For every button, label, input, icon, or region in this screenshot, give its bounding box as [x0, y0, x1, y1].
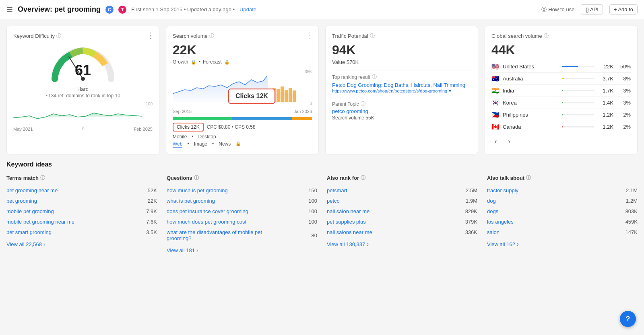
- keyword-link[interactable]: what is pet grooming: [167, 198, 215, 204]
- keyword-link[interactable]: salon: [487, 229, 500, 235]
- sv-help-icon[interactable]: ⓘ: [209, 33, 214, 39]
- menu-icon[interactable]: ☰: [6, 5, 13, 14]
- svg-rect-6: [285, 90, 288, 102]
- keyword-link[interactable]: pet smart grooming: [6, 229, 52, 235]
- keyword-volume: 100: [308, 219, 317, 225]
- how-to-use-button[interactable]: ⓪ How to use: [541, 6, 574, 13]
- gsv-prev-button[interactable]: ‹: [491, 136, 500, 147]
- country-row-ca[interactable]: 🇨🇦 Canada 1.2K 2%: [491, 121, 631, 133]
- tp-parent-link[interactable]: petco grooming: [332, 108, 368, 114]
- list-item: what are the disadvantages of mobile pet…: [167, 227, 317, 244]
- keyword-volume: 147K: [625, 229, 638, 235]
- tab-news[interactable]: News: [219, 141, 231, 148]
- tp-url-dropdown[interactable]: ▾: [449, 88, 451, 94]
- keyword-volume: 22K: [148, 198, 157, 204]
- keyword-link[interactable]: dogs: [487, 208, 498, 214]
- clicks-badge: Clicks 12K: [173, 123, 204, 132]
- avatar-c: C: [105, 6, 114, 14]
- country-row-us[interactable]: 🇺🇸 United States 22K 50%: [491, 61, 631, 73]
- sv-menu-icon[interactable]: ⋮: [306, 31, 314, 40]
- kd-score: 61: [75, 62, 91, 79]
- kd-menu-icon[interactable]: ⋮: [147, 31, 154, 40]
- list-item: petco 1.9M: [327, 196, 477, 206]
- keyword-link[interactable]: petco: [327, 198, 340, 204]
- list-item: pet grooming 22K: [6, 196, 157, 206]
- keyword-link[interactable]: mobile pet grooming near me: [6, 219, 74, 225]
- keyword-link[interactable]: nail salon near me: [327, 208, 369, 214]
- global-search-volume-card: Global search volume ⓘ 44K 🇺🇸 United Sta…: [485, 26, 638, 154]
- also-talk-view-all[interactable]: View all 162 ›: [487, 241, 638, 247]
- traffic-potential-card: Traffic Potential ⓘ 94K Value $70K Top r…: [325, 26, 478, 154]
- bar-green: [173, 117, 232, 120]
- flag-ca-icon: 🇨🇦: [491, 123, 500, 131]
- questions-title: Questions ⓘ: [167, 175, 317, 181]
- also-talk-help[interactable]: ⓘ: [526, 175, 531, 181]
- country-row-in[interactable]: 🇮🇳 India 1.7K 3%: [491, 85, 631, 97]
- sv-scale-bottom: 0: [310, 101, 312, 106]
- flag-us-icon: 🇺🇸: [491, 63, 500, 70]
- also-talk-list: tractor supply 2.1M dog 1.2M dogs 803K l…: [487, 185, 638, 238]
- country-pct-ph: 2%: [617, 112, 631, 118]
- keyword-link[interactable]: pet grooming: [6, 198, 37, 204]
- country-bar-in: [562, 90, 563, 91]
- questions-view-all[interactable]: View all 181 ›: [167, 247, 317, 253]
- also-rank-help[interactable]: ⓘ: [361, 175, 365, 181]
- country-row-ph[interactable]: 🇵🇭 Philippines 1.2K 2%: [491, 109, 631, 121]
- tp-ranking-help[interactable]: ⓘ: [372, 74, 377, 80]
- questions-help[interactable]: ⓘ: [194, 175, 199, 181]
- add-to-button[interactable]: + Add to: [609, 4, 638, 14]
- keyword-volume: 2.1M: [626, 187, 638, 193]
- keyword-link[interactable]: pet grooming near me: [6, 187, 58, 193]
- tp-ranking-link[interactable]: Petco Dog Grooming: Dog Baths, Haircuts,…: [332, 82, 465, 88]
- tab-desktop[interactable]: Desktop: [198, 134, 216, 140]
- list-item: los angeles 459K: [487, 217, 638, 227]
- country-bar-container-us: [562, 66, 594, 67]
- terms-match-view-all[interactable]: View all 22,568 ›: [6, 241, 157, 247]
- keyword-volume: 150: [308, 187, 317, 193]
- gsv-next-button[interactable]: ›: [505, 136, 513, 147]
- keyword-link[interactable]: tractor supply: [487, 187, 518, 193]
- tp-value: Value $70K: [332, 59, 471, 65]
- also-rank-view-all[interactable]: View all 130,337 ›: [327, 241, 477, 247]
- api-button[interactable]: {} API: [581, 4, 603, 14]
- country-row-au[interactable]: 🇦🇺 Australia 3.7K 8%: [491, 73, 631, 85]
- kd-help-icon[interactable]: ⓘ: [56, 33, 61, 39]
- tp-parent-help[interactable]: ⓘ: [361, 101, 365, 107]
- country-bar-container-in: [562, 90, 594, 91]
- tp-url-link[interactable]: https://www.petco.com/shop/en/petcostore…: [332, 88, 447, 93]
- keyword-link[interactable]: nail salons near me: [327, 229, 372, 235]
- list-item: mobile pet grooming 7.9K: [6, 206, 157, 217]
- tp-help-icon[interactable]: ⓘ: [370, 33, 375, 39]
- list-item: tractor supply 2.1M: [487, 185, 638, 196]
- country-bar-container-ph: [562, 114, 594, 115]
- country-pct-au: 8%: [617, 76, 631, 82]
- keyword-link[interactable]: los angeles: [487, 219, 514, 225]
- country-name-kr: Korea: [503, 100, 559, 106]
- tab-image[interactable]: Image: [194, 141, 207, 148]
- keyword-link[interactable]: petsmart: [327, 187, 347, 193]
- tab-mobile[interactable]: Mobile: [173, 134, 187, 140]
- keyword-link[interactable]: dog: [487, 198, 496, 204]
- keyword-link[interactable]: pet supplies plus: [327, 219, 366, 225]
- terms-match-help[interactable]: ⓘ: [40, 175, 45, 181]
- kd-trend-chart: [13, 102, 142, 126]
- sv-meta: Growth 🔒 • Forecast 🔒: [173, 59, 312, 65]
- svg-rect-4: [277, 89, 280, 102]
- gsv-help-icon[interactable]: ⓘ: [544, 33, 549, 39]
- kd-chart-labels: May 2021 0 Feb 2025: [13, 127, 153, 132]
- keyword-link[interactable]: does pet insurance cover grooming: [167, 208, 248, 214]
- tp-ranking-title: Petco Dog Grooming: Dog Baths, Haircuts,…: [332, 82, 471, 88]
- keyword-link[interactable]: how much is pet grooming: [167, 187, 228, 193]
- keyword-link[interactable]: mobile pet grooming: [6, 208, 54, 214]
- tab-web[interactable]: Web: [173, 141, 182, 148]
- keyword-link[interactable]: what are the disadvantages of mobile pet…: [167, 229, 279, 241]
- list-item: how much is pet grooming 150: [167, 185, 317, 196]
- keyword-link[interactable]: how much does pet grooming cost: [167, 219, 246, 225]
- update-link[interactable]: Update: [239, 6, 256, 12]
- country-row-kr[interactable]: 🇰🇷 Korea 1.4K 3%: [491, 97, 631, 109]
- country-bar-us: [562, 66, 578, 67]
- svg-rect-8: [293, 90, 296, 102]
- keyword-volume: 1.2M: [626, 198, 638, 204]
- flag-ph-icon: 🇵🇭: [491, 111, 500, 119]
- country-list: 🇺🇸 United States 22K 50% 🇦🇺 Australia 3.…: [491, 61, 631, 133]
